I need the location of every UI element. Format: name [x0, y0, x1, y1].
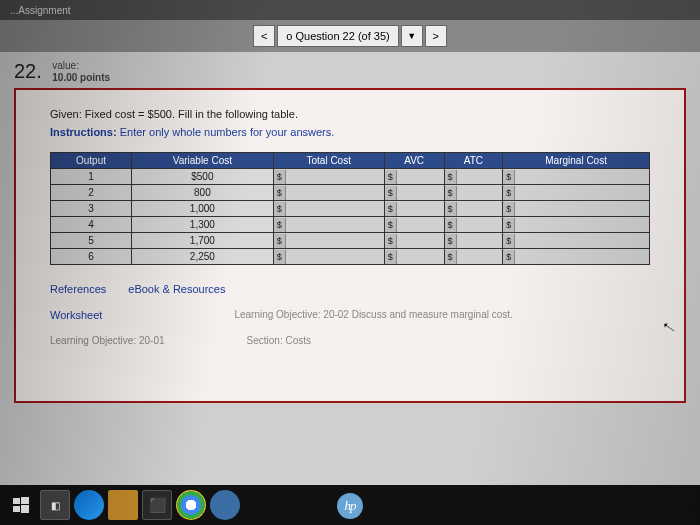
- answer-field[interactable]: [515, 186, 647, 200]
- dollar-icon: $: [274, 170, 286, 184]
- cost-table: Output Variable Cost Total Cost AVC ATC …: [50, 152, 650, 265]
- dollar-icon: $: [385, 234, 397, 248]
- answer-field[interactable]: [457, 186, 501, 200]
- col-total: Total Cost: [273, 153, 384, 169]
- cell-avc-input[interactable]: $: [384, 169, 444, 185]
- answer-field[interactable]: [397, 202, 442, 216]
- question-dropdown-button[interactable]: ▼: [401, 25, 423, 47]
- cell-marginal-input[interactable]: $: [503, 249, 650, 265]
- answer-field[interactable]: [397, 170, 442, 184]
- dollar-icon: $: [445, 234, 457, 248]
- prev-question-button[interactable]: <: [253, 25, 275, 47]
- cell-output: 4: [51, 217, 132, 233]
- windows-taskbar: ◧ ⬛: [0, 485, 700, 525]
- cell-total-input[interactable]: $: [273, 169, 384, 185]
- cell-output: 1: [51, 169, 132, 185]
- cell-avc-input[interactable]: $: [384, 201, 444, 217]
- answer-field[interactable]: [286, 218, 382, 232]
- cell-total-input[interactable]: $: [273, 217, 384, 233]
- value-label: value:: [52, 60, 110, 72]
- answer-field[interactable]: [515, 170, 647, 184]
- answer-field[interactable]: [457, 234, 501, 248]
- answer-field[interactable]: [457, 202, 501, 216]
- cell-total-input[interactable]: $: [273, 201, 384, 217]
- dollar-icon: $: [503, 170, 515, 184]
- cell-output: 3: [51, 201, 132, 217]
- answer-field[interactable]: [515, 250, 647, 264]
- answer-field[interactable]: [457, 218, 501, 232]
- answer-field[interactable]: [457, 170, 501, 184]
- cell-marginal-input[interactable]: $: [503, 169, 650, 185]
- col-output: Output: [51, 153, 132, 169]
- cell-output: 2: [51, 185, 132, 201]
- cell-avc-input[interactable]: $: [384, 249, 444, 265]
- cell-marginal-input[interactable]: $: [503, 217, 650, 233]
- col-marginal: Marginal Cost: [503, 153, 650, 169]
- chrome-icon[interactable]: [176, 490, 206, 520]
- cell-atc-input[interactable]: $: [444, 185, 503, 201]
- cell-atc-input[interactable]: $: [444, 169, 503, 185]
- answer-field[interactable]: [286, 234, 382, 248]
- dollar-icon: $: [385, 186, 397, 200]
- dollar-icon: $: [445, 202, 457, 216]
- answer-field[interactable]: [286, 250, 382, 264]
- table-row: 41,300$$$$: [51, 217, 650, 233]
- edge-icon[interactable]: [74, 490, 104, 520]
- learning-objective-b: Learning Objective: 20-01: [50, 335, 165, 347]
- cell-atc-input[interactable]: $: [444, 201, 503, 217]
- cell-total-input[interactable]: $: [273, 249, 384, 265]
- cell-avc-input[interactable]: $: [384, 233, 444, 249]
- task-view-button[interactable]: ◧: [40, 490, 70, 520]
- cell-marginal-input[interactable]: $: [503, 233, 650, 249]
- store-icon[interactable]: ⬛: [142, 490, 172, 520]
- col-avc: AVC: [384, 153, 444, 169]
- dollar-icon: $: [445, 170, 457, 184]
- answer-field[interactable]: [397, 250, 442, 264]
- answer-field[interactable]: [515, 218, 647, 232]
- next-question-button[interactable]: >: [425, 25, 447, 47]
- col-variable: Variable Cost: [132, 153, 274, 169]
- cell-variable-cost: 2,250: [132, 249, 274, 265]
- app-icon[interactable]: [210, 490, 240, 520]
- answer-field[interactable]: [457, 250, 501, 264]
- browser-top-bar: ...Assignment: [0, 0, 700, 20]
- answer-field[interactable]: [397, 234, 442, 248]
- question-nav-bar: < o Question 22 (of 35) ▼ >: [0, 20, 700, 52]
- cell-atc-input[interactable]: $: [444, 233, 503, 249]
- dollar-icon: $: [274, 218, 286, 232]
- references-link[interactable]: References: [50, 283, 106, 295]
- cell-avc-input[interactable]: $: [384, 217, 444, 233]
- dollar-icon: $: [503, 250, 515, 264]
- answer-field[interactable]: [397, 218, 442, 232]
- answer-field[interactable]: [397, 186, 442, 200]
- worksheet-link[interactable]: Worksheet: [50, 309, 102, 321]
- cell-avc-input[interactable]: $: [384, 185, 444, 201]
- cell-marginal-input[interactable]: $: [503, 185, 650, 201]
- answer-field[interactable]: [515, 202, 647, 216]
- dollar-icon: $: [274, 186, 286, 200]
- cell-atc-input[interactable]: $: [444, 217, 503, 233]
- ebook-link[interactable]: eBook & Resources: [128, 283, 225, 295]
- section-label: Section: Costs: [247, 335, 311, 347]
- svg-rect-3: [21, 505, 29, 513]
- start-button[interactable]: [6, 490, 36, 520]
- instructions-prefix: Instructions:: [50, 126, 117, 138]
- dollar-icon: $: [445, 218, 457, 232]
- cell-marginal-input[interactable]: $: [503, 201, 650, 217]
- cursor-icon: ⭦: [661, 318, 678, 336]
- cell-total-input[interactable]: $: [273, 185, 384, 201]
- file-explorer-icon[interactable]: [108, 490, 138, 520]
- table-row: 31,000$$$$: [51, 201, 650, 217]
- answer-field[interactable]: [286, 186, 382, 200]
- answer-field[interactable]: [286, 170, 382, 184]
- cell-total-input[interactable]: $: [273, 233, 384, 249]
- answer-field[interactable]: [286, 202, 382, 216]
- answer-field[interactable]: [515, 234, 647, 248]
- table-row: 1$500$$$$: [51, 169, 650, 185]
- col-atc: ATC: [444, 153, 503, 169]
- question-indicator: o Question 22 (of 35): [277, 25, 398, 47]
- dollar-icon: $: [445, 250, 457, 264]
- cell-atc-input[interactable]: $: [444, 249, 503, 265]
- dollar-icon: $: [503, 202, 515, 216]
- resource-links: References eBook & Resources Worksheet L…: [50, 283, 650, 347]
